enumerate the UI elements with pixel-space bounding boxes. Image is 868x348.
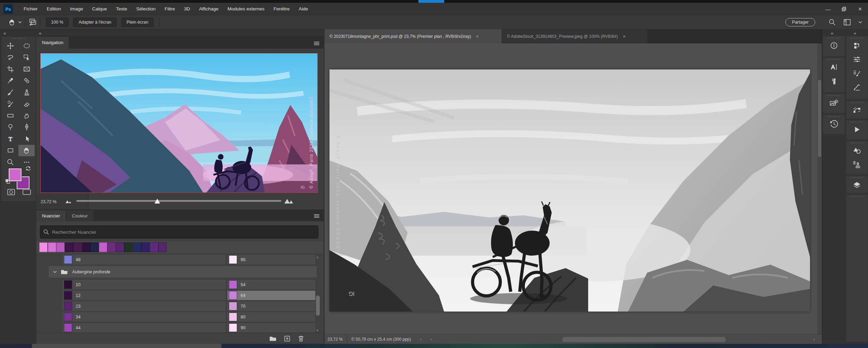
- swap-colors-icon[interactable]: [25, 166, 32, 172]
- zoom-in-mountain-icon[interactable]: [284, 197, 294, 205]
- navigator-thumbnail[interactable]: © AdagP. Paris 2023, Isabelle GOUGET IG: [40, 53, 318, 193]
- hscroll-right-icon[interactable]: ›: [813, 337, 815, 342]
- new-group-icon[interactable]: [269, 335, 277, 342]
- close-button[interactable]: ×: [852, 3, 868, 15]
- document-tab-active[interactable]: © 20230718montagne_phr_print.psd @ 23,7%…: [325, 29, 502, 43]
- marquee-tool[interactable]: [18, 40, 35, 52]
- eraser-tool[interactable]: [18, 98, 35, 110]
- swatch-row-23[interactable]: 23: [62, 301, 226, 311]
- menu-edition[interactable]: Edition: [42, 3, 66, 15]
- tab-navigation[interactable]: Navigation: [36, 37, 69, 49]
- chevron-down-icon[interactable]: [858, 21, 862, 24]
- zoom-out-mountain-icon[interactable]: [65, 199, 73, 204]
- menu-calque[interactable]: Calque: [87, 3, 111, 15]
- menu-affichage[interactable]: Affichage: [194, 3, 223, 15]
- swatch-row-95[interactable]: 95: [227, 255, 315, 264]
- rectangle-tool[interactable]: [2, 145, 18, 157]
- recent-swatch[interactable]: [39, 242, 48, 252]
- comments-panel-button[interactable]: [823, 96, 845, 110]
- menu-3d[interactable]: 3D: [180, 3, 194, 15]
- swatch-row-10[interactable]: 10: [62, 280, 226, 289]
- canvas-vertical-scrollbar[interactable]: [817, 43, 822, 334]
- recent-swatch[interactable]: [141, 242, 150, 252]
- collapse-inner-dock-chevron[interactable]: «: [831, 31, 834, 36]
- recent-swatch[interactable]: [56, 242, 65, 252]
- quick-mask-icon[interactable]: [7, 189, 15, 196]
- close-tab-icon[interactable]: ×: [476, 34, 479, 39]
- paragraph-panel-button[interactable]: ¶: [823, 74, 845, 88]
- navigator-zoom-slider-thumb[interactable]: [155, 199, 160, 204]
- brushes-panel-button[interactable]: [846, 80, 868, 94]
- foreground-color-swatch[interactable]: [9, 168, 22, 181]
- tab-nuancier[interactable]: Nuancier: [36, 210, 66, 221]
- swatch-row-64-selected[interactable]: 64: [227, 291, 315, 300]
- collapse-nav-dock-chevron[interactable]: «: [39, 31, 42, 36]
- recent-swatch[interactable]: [107, 242, 116, 252]
- menu-filtre[interactable]: Filtre: [160, 3, 180, 15]
- zoom-100-button[interactable]: 100 %: [46, 18, 68, 27]
- recent-swatch[interactable]: [82, 242, 90, 252]
- screen-mode-icon[interactable]: [22, 189, 31, 196]
- swatch-row-90[interactable]: 90: [227, 323, 315, 332]
- close-tab-icon[interactable]: ×: [623, 34, 626, 39]
- history-panel-button[interactable]: [823, 117, 845, 131]
- actions-panel-button[interactable]: [846, 123, 868, 136]
- hand-tool[interactable]: [18, 145, 35, 157]
- navigator-proxy-view-border[interactable]: [40, 53, 318, 193]
- recent-swatch[interactable]: [124, 242, 133, 252]
- canvas-hscroll-thumb[interactable]: [562, 337, 726, 342]
- menu-image[interactable]: Image: [66, 3, 88, 15]
- recent-swatch[interactable]: [65, 242, 73, 252]
- object-selection-tool[interactable]: [18, 52, 35, 64]
- swatch-row-34[interactable]: 34: [62, 312, 226, 322]
- status-expand-icon[interactable]: ›: [420, 337, 422, 342]
- document-tab-inactive[interactable]: © AdobeStock_313914603_Preview.jpeg @ 10…: [502, 29, 647, 43]
- restore-button[interactable]: [836, 3, 852, 15]
- recent-swatch[interactable]: [150, 242, 158, 252]
- panel-menu-icon[interactable]: [314, 41, 319, 45]
- recent-swatch[interactable]: [133, 242, 141, 252]
- type-tool[interactable]: T: [2, 133, 18, 145]
- collapse-tools-dock-chevron[interactable]: «: [3, 31, 6, 36]
- swatch-row-48[interactable]: 48: [62, 255, 226, 264]
- document-canvas[interactable]: © AdagP. Paris 2023, Isabelle GOUGET IG: [329, 69, 810, 312]
- share-button[interactable]: Partager: [785, 18, 815, 26]
- scroll-down-icon[interactable]: ˅: [316, 328, 318, 332]
- collapse-outer-dock-chevron[interactable]: «: [854, 31, 857, 36]
- status-zoom-field[interactable]: 23,72 %: [327, 337, 343, 342]
- zoom-tool[interactable]: [2, 156, 18, 168]
- smudge-tool[interactable]: [18, 110, 35, 122]
- swatch-row-80[interactable]: 80: [227, 312, 315, 322]
- layers-panel-button[interactable]: [846, 178, 868, 192]
- workspace-icon[interactable]: [843, 18, 851, 26]
- navigator-zoom-slider-track[interactable]: [76, 200, 281, 202]
- swatch-scrollbar[interactable]: ˄ ˅: [315, 255, 320, 334]
- shapes-panel-button[interactable]: [846, 143, 868, 157]
- menu-modules-externes[interactable]: Modules externes: [223, 3, 269, 15]
- fullscreen-button[interactable]: Plein écran: [122, 18, 154, 27]
- recent-swatch[interactable]: [99, 242, 107, 252]
- panel-drag-handle[interactable]: [850, 196, 863, 197]
- move-tool[interactable]: [2, 40, 18, 52]
- swatch-row-54[interactable]: 54: [227, 280, 315, 289]
- tab-couleur[interactable]: Couleur: [66, 210, 93, 221]
- search-icon[interactable]: [828, 18, 836, 26]
- tool-presets-panel-button[interactable]: [846, 157, 868, 171]
- swatch-row-12[interactable]: 12: [62, 291, 226, 300]
- recent-swatch[interactable]: [158, 242, 167, 252]
- brush-settings-panel-button[interactable]: [846, 66, 868, 80]
- menu-aide[interactable]: Aide: [294, 3, 312, 15]
- path-selection-tool[interactable]: [18, 133, 35, 145]
- swatch-scrollbar-thumb[interactable]: [316, 296, 320, 316]
- canvas-vscroll-thumb[interactable]: [818, 80, 821, 157]
- menu-texte[interactable]: Texte: [111, 3, 132, 15]
- panel-drag-handle[interactable]: [12, 38, 25, 39]
- healing-brush-tool[interactable]: [18, 75, 35, 87]
- menu-selection[interactable]: Sélection: [132, 3, 160, 15]
- swatch-row-70[interactable]: 70: [227, 301, 315, 311]
- character-panel-button[interactable]: A: [823, 60, 845, 74]
- trash-icon[interactable]: [298, 335, 304, 342]
- brush-tool[interactable]: [2, 86, 18, 98]
- frame-tool[interactable]: [18, 63, 35, 75]
- swatch-search-field[interactable]: Rechercher Nuancier: [40, 225, 318, 239]
